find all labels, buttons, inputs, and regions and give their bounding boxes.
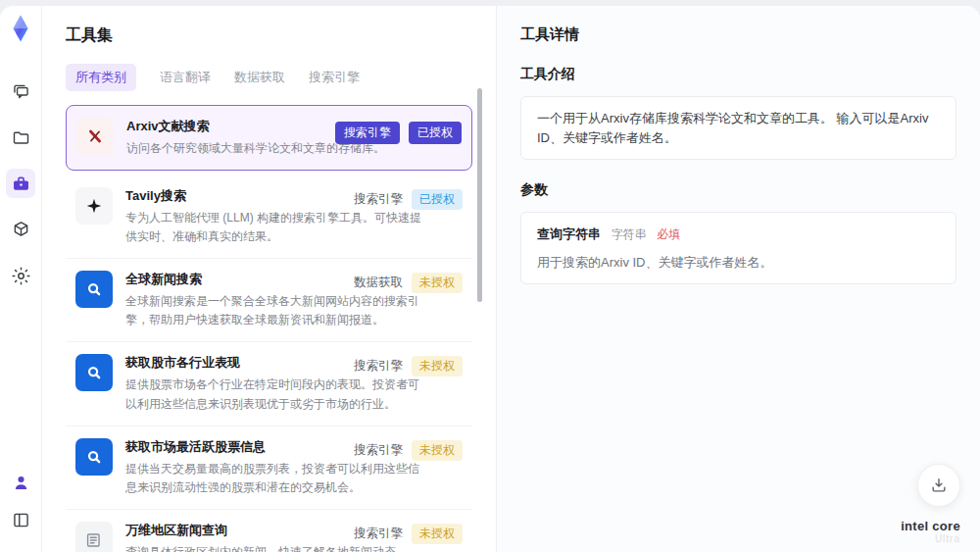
avatar-icon[interactable] — [6, 468, 35, 497]
tool-desc: 专为人工智能代理 (LLM) 构建的搜索引擎工具。可快速提供实时、准确和真实的结… — [125, 209, 426, 246]
newspaper-icon — [75, 522, 113, 552]
category-label: 搜索引擎 — [354, 526, 403, 542]
tool-desc: 提供股票市场各个行业在特定时间段内的表现。投资者可以利用这些信息来识别表现优于或… — [125, 376, 426, 413]
detail-title: 工具详情 — [520, 25, 956, 44]
tool-badges: 搜索引擎 未授权 — [354, 524, 463, 544]
category-label: 数据获取 — [354, 275, 403, 291]
param-name: 查询字符串 — [537, 226, 601, 241]
tool-list: Arxiv文献搜索 访问各个研究领域大量科学论文和文章的存储库。 搜索引擎 已授… — [66, 105, 472, 552]
tool-badges: 搜索引擎 未授权 — [354, 440, 463, 461]
sidebar-rail — [0, 6, 42, 552]
app-root: 工具集 所有类别 语言翻译 数据获取 搜索引擎 A — [0, 0, 980, 552]
intro-heading: 工具介绍 — [520, 66, 956, 83]
auth-status-badge: 已授权 — [412, 189, 463, 210]
tab-language-translation[interactable]: 语言翻译 — [160, 69, 211, 86]
list-scrollbar[interactable] — [477, 88, 482, 302]
tool-card-global-news[interactable]: 全球新闻搜索 全球新闻搜索是一个聚合全球各大新闻网站内容的搜索引擎，帮助用户快速… — [66, 259, 472, 342]
param-header: 查询字符串 字符串 必填 — [537, 225, 940, 244]
tavily-star-icon — [75, 187, 113, 225]
detail-panel: 工具详情 工具介绍 一个用于从Arxiv存储库搜索科学论文和文章的工具。 输入可… — [496, 6, 980, 552]
tool-card-tavily[interactable]: Tavily搜索 专为人工智能代理 (LLM) 构建的搜索引擎工具。可快速提供实… — [66, 176, 472, 259]
auth-status-badge: 未授权 — [412, 273, 463, 293]
tool-badges: 搜索引擎 已授权 — [335, 122, 462, 144]
params-heading: 参数 — [520, 181, 956, 199]
app-logo-icon — [6, 14, 35, 43]
panel-toggle-icon[interactable] — [6, 505, 35, 534]
auth-status-badge: 未授权 — [412, 440, 463, 461]
app-window: 工具集 所有类别 语言翻译 数据获取 搜索引擎 A — [0, 6, 980, 552]
tool-card-most-active-stocks[interactable]: 获取市场最活跃股票信息 提供当天交易量最高的股票列表，投资者可以利用这些信息来识… — [66, 427, 472, 510]
tool-desc: 全球新闻搜索是一个聚合全球各大新闻网站内容的搜索引擎，帮助用户快速获取全球最新资… — [125, 292, 426, 329]
tool-desc: 提供当天交易量最高的股票列表，投资者可以利用这些信息来识别流动性强的股票和潜在的… — [125, 460, 426, 497]
auth-status-badge: 未授权 — [412, 356, 463, 376]
tool-badges: 搜索引擎 未授权 — [354, 356, 463, 376]
folder-icon[interactable] — [6, 123, 35, 152]
page-title: 工具集 — [66, 25, 472, 46]
tool-card-sector-performance[interactable]: 获取股市各行业表现 提供股票市场各个行业在特定时间段内的表现。投资者可以利用这些… — [66, 342, 472, 426]
intel-ultra-text: Ultra — [901, 533, 960, 544]
tool-badges: 搜索引擎 已授权 — [354, 189, 463, 210]
blue-search-icon — [75, 271, 113, 308]
intel-core-logo: intel core Ultra — [901, 520, 960, 544]
tool-badges: 数据获取 未授权 — [354, 273, 463, 293]
download-button[interactable] — [917, 464, 960, 507]
category-badge: 搜索引擎 — [335, 122, 400, 144]
cube-icon[interactable] — [6, 215, 35, 244]
param-desc: 用于搜索的Arxiv ID、关键字或作者姓名。 — [537, 253, 940, 273]
settings-gear-icon[interactable] — [6, 261, 35, 290]
tab-data-acquisition[interactable]: 数据获取 — [234, 69, 285, 86]
tool-card-arxiv[interactable]: Arxiv文献搜索 访问各个研究领域大量科学论文和文章的存储库。 搜索引擎 已授… — [66, 105, 472, 171]
blue-search-icon — [75, 354, 113, 391]
auth-status-badge: 已授权 — [409, 122, 462, 144]
intel-core-text: intel core — [901, 520, 960, 533]
category-label: 搜索引擎 — [354, 191, 403, 208]
param-card: 查询字符串 字符串 必填 用于搜索的Arxiv ID、关键字或作者姓名。 — [520, 212, 956, 284]
blue-search-icon — [75, 438, 113, 476]
category-label: 搜索引擎 — [354, 358, 403, 375]
tool-desc: 查询具体行政区划内的新闻，快速了解各地新闻动态 — [125, 543, 396, 552]
tool-card-regional-news[interactable]: 万维地区新闻查询 查询具体行政区划内的新闻，快速了解各地新闻动态 搜索引擎 未授… — [66, 510, 472, 552]
toolbox-icon[interactable] — [6, 169, 35, 198]
auth-status-badge: 未授权 — [412, 524, 463, 544]
param-type: 字符串 — [612, 227, 647, 241]
tools-panel: 工具集 所有类别 语言翻译 数据获取 搜索引擎 A — [42, 6, 496, 552]
intro-card: 一个用于从Arxiv存储库搜索科学论文和文章的工具。 输入可以是Arxiv ID… — [520, 96, 956, 160]
tab-search-engine[interactable]: 搜索引擎 — [309, 69, 360, 86]
category-tabs: 所有类别 语言翻译 数据获取 搜索引擎 — [66, 64, 472, 91]
arxiv-x-icon — [76, 118, 114, 155]
param-required-flag: 必填 — [657, 227, 680, 241]
category-label: 搜索引擎 — [354, 442, 403, 459]
sidebar-bottom — [6, 468, 35, 542]
chat-icon[interactable] — [6, 76, 35, 106]
tab-all-categories[interactable]: 所有类别 — [66, 64, 136, 91]
